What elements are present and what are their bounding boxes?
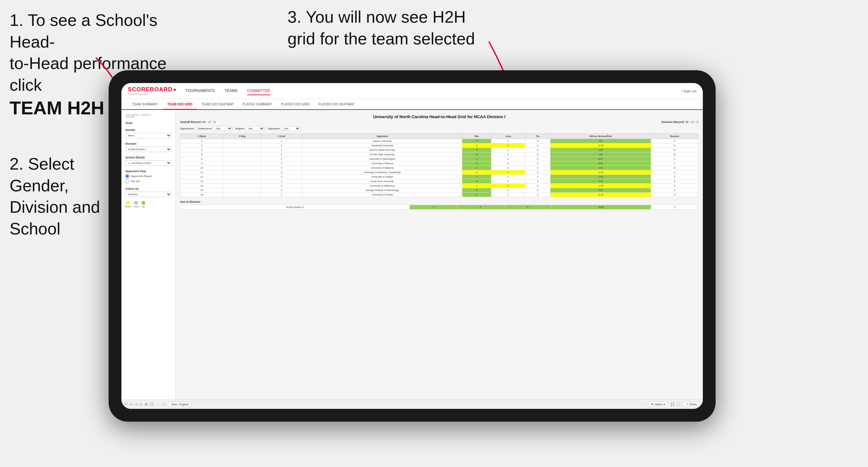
share-btn[interactable]: ↗ Share (683, 402, 700, 407)
col-loss: Loss (491, 134, 525, 139)
opponent-view-radios: Opponents Played Top 100 (125, 174, 172, 183)
out-division-row: NCAA Division II 1 0 0 26.00 3 (181, 205, 699, 210)
tab-team-h2h-grid[interactable]: TEAM H2H GRID (163, 99, 197, 110)
clock-icon[interactable]: 🕐 (162, 403, 165, 406)
app-header: SCOREBOARD Powered by clippi TOURNAMENTS… (121, 83, 703, 99)
cell-diff: -4.33 (550, 170, 651, 175)
colour-section: Colour by Win/loss (125, 187, 172, 197)
sidebar: Last Updated: 27/03/2024 16:55:38 Team G… (121, 110, 176, 399)
redo-icon[interactable]: ↪ (130, 403, 132, 406)
cell-win: 1 (462, 184, 491, 188)
cell-win: 5 (462, 148, 491, 152)
out-division-header: Out of division (180, 200, 699, 204)
logo-area: SCOREBOARD Powered by clippi (128, 86, 176, 95)
col-win: Win (462, 134, 491, 139)
nav-committee[interactable]: COMMITTEE (247, 87, 270, 95)
cell-loss: 1 (491, 170, 525, 175)
cell-win: 3 (462, 179, 491, 184)
division-select[interactable]: NCAA Division I (125, 147, 172, 152)
table-row: 12 3 University of Virginia 1 0 0 2.33 3 (181, 175, 699, 179)
filter-opponent: Opponent (All) (268, 126, 300, 131)
cell-reg (223, 193, 261, 197)
cell-rounds: 9 (651, 193, 699, 197)
nav-tournaments[interactable]: TOURNAMENTS (185, 87, 215, 95)
cell-diff: 2.29 (550, 148, 651, 152)
out-division-diff: 26.00 (551, 205, 651, 210)
logo: SCOREBOARD Powered by clippi (128, 86, 173, 95)
cell-loss: 4 (491, 144, 525, 148)
cell-win: 3 (462, 193, 491, 197)
opponent-filter-select[interactable]: (All) (281, 126, 300, 131)
undo-icon[interactable]: ↩ (125, 403, 127, 406)
cell-rounds: 8 (651, 144, 699, 148)
tab-team-h2h-heatmap[interactable]: TEAM H2H HEATMAP (197, 99, 238, 110)
cell-opponent: University of Virginia (302, 175, 462, 179)
cell-loss: 2 (491, 152, 525, 157)
cell-rounds: 2 (651, 161, 699, 166)
gender-select[interactable]: Men's (125, 133, 172, 138)
cell-conf: 1 (261, 179, 302, 184)
tab-player-summary[interactable]: PLAYER SUMMARY (238, 99, 276, 110)
cell-loss: 0 (491, 179, 525, 184)
cell-opponent: Vanderbilt University (302, 144, 462, 148)
cell-opponent: University of Alabama (302, 166, 462, 170)
view-original-btn[interactable]: View: Original (168, 402, 191, 407)
sub-nav: TEAM SUMMARY TEAM H2H GRID TEAM H2H HEAT… (121, 99, 703, 110)
copy-icon[interactable]: ⧉ (145, 403, 147, 406)
tab-player-h2h-heatmap[interactable]: PLAYER H2H HEATMAP (314, 99, 359, 110)
cell-rank: 2 (181, 139, 223, 144)
col-diff: Diff Av Strokes/Rnd (550, 134, 651, 139)
table-row: 15 4 Georgia Institute of Technology 5 0… (181, 188, 699, 193)
color-legend: Down Level Up (125, 201, 172, 208)
cell-diff: -1.00 (550, 184, 651, 188)
cell-rank: 6 (181, 152, 223, 157)
tab-team-summary[interactable]: TEAM SUMMARY (128, 99, 163, 110)
cell-loss: 0 (491, 188, 525, 193)
conference-filter-select[interactable]: (All) (213, 126, 232, 131)
paste-icon[interactable]: 📋 (150, 403, 154, 406)
cell-loss: 1 (491, 148, 525, 152)
cell-diff: -6.42 (550, 193, 651, 197)
comment-icon[interactable]: 💬 (671, 403, 674, 406)
cell-tie: 0 (525, 193, 551, 197)
cell-conf: 2 (261, 152, 302, 157)
present-icon[interactable]: ⛶ (677, 403, 680, 406)
cell-opponent: Florida State University (302, 152, 462, 157)
tab-player-h2h-grid[interactable]: PLAYER H2H GRID (277, 99, 314, 110)
region-filter-select[interactable]: (All) (245, 126, 265, 131)
out-division-rounds: 3 (651, 205, 699, 210)
sign-out-link[interactable]: | Sign out (682, 89, 696, 93)
cell-conf: 2 (261, 157, 302, 161)
cell-rounds: 12 (651, 152, 699, 157)
cell-rank: 14 (181, 184, 223, 188)
radio-opponents-played[interactable]: Opponents Played (125, 174, 172, 178)
toolbar-sep1 (157, 402, 158, 407)
cell-conf: 3 (261, 175, 302, 179)
cell-tie: 0 (525, 161, 551, 166)
radio-top100[interactable]: Top 100 (125, 179, 172, 183)
cell-rank: 15 (181, 188, 223, 193)
cell-opponent: University of Washington (302, 157, 462, 161)
cell-loss: 2 (491, 184, 525, 188)
cell-opponent: Auburn University (302, 139, 462, 144)
table-row: 14 2 University of Oklahoma 1 2 0 -1.00 … (181, 184, 699, 188)
out-division-table: NCAA Division II 1 0 0 26.00 3 (180, 205, 699, 210)
cell-tie: 0 (525, 157, 551, 161)
school-select[interactable]: 1. University of Nort... (125, 160, 172, 166)
back-icon[interactable]: ◁ (135, 403, 137, 406)
cell-reg (223, 139, 261, 144)
cell-loss: 0 (491, 161, 525, 166)
cell-diff: 9.00 (550, 161, 651, 166)
school-label: School (Rank) (125, 156, 172, 159)
watch-icon: 👁 (651, 403, 654, 406)
forward-icon[interactable]: ▷ (140, 403, 143, 406)
watch-btn[interactable]: 👁 Watch ▾ (648, 402, 668, 407)
table-row: 3 2 Vanderbilt University 0 4 0 -2.29 8 (181, 144, 699, 148)
nav-teams[interactable]: TEAMS (224, 87, 237, 95)
cell-reg (223, 188, 261, 193)
cell-tie: 0 (525, 184, 551, 188)
cell-tie: 0 (525, 152, 551, 157)
colour-by-select[interactable]: Win/loss (125, 192, 172, 197)
cell-tie: 0 (525, 188, 551, 193)
cell-reg (223, 184, 261, 188)
